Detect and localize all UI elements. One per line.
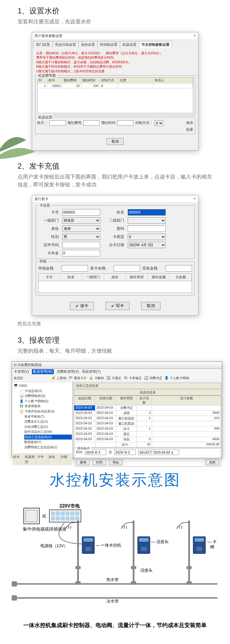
gb-cardinfo: 卡信息 xyxy=(38,203,51,208)
in-sql[interactable] xyxy=(138,450,179,455)
lbl-principal: 卡本金 xyxy=(38,251,59,256)
joint-icon xyxy=(186,581,192,584)
cell xyxy=(152,405,221,411)
export-button[interactable]: 导出 xyxy=(109,460,123,465)
tree-root[interactable]: 🖥️ 10001 xyxy=(14,383,72,388)
col-fee: 预扣费用 xyxy=(63,78,81,83)
table-row[interactable]: 2023-04-032023-04-03劝阻33500 xyxy=(74,411,221,416)
lbl-name: 姓名 xyxy=(104,210,124,215)
print-button[interactable]: 打印 xyxy=(92,460,106,465)
tree-item[interactable]: 📊 消费明细表(Q) xyxy=(20,393,72,399)
in-principal[interactable] xyxy=(62,250,100,256)
tab-role[interactable]: 身份设置 xyxy=(78,41,98,48)
lbl-deposit: 存钱金额 xyxy=(38,266,59,271)
table-row[interactable]: 2023-04-032023-04-03消费冲正 xyxy=(74,405,221,411)
in-balance[interactable] xyxy=(114,265,140,272)
tb-unlock[interactable]: 🔓卡解挂 xyxy=(89,376,104,381)
table-row[interactable]: 2023-04-032023-04-03存款54000 xyxy=(74,437,221,442)
tb-refund[interactable]: ↩️卡退定 xyxy=(106,376,121,381)
tree-item[interactable]: 操作员流水汇总(W) xyxy=(24,429,72,435)
report-app: IC卡收费控制系统 卡管理(V) 数据管理(W) 消费机管理(X) 系统管理(Y… xyxy=(12,361,222,458)
in-pwd[interactable] xyxy=(128,225,166,232)
tab-machine[interactable]: 机器设置 xyxy=(120,41,139,48)
lbl-due: 应收金额 xyxy=(142,266,163,271)
tab-period[interactable]: 时间段设置 xyxy=(97,41,120,48)
warning-text: 注意：预扣时间（以秒为单位，最大为255秒），预扣费用（以分为单位，最大为255… xyxy=(36,51,195,74)
menu-system[interactable]: 系统管理(Y) xyxy=(82,369,101,374)
cell: 10 xyxy=(63,83,81,88)
tree-item[interactable]: 资金平衡表(T) xyxy=(24,414,72,419)
tb-fix[interactable]: 🛠️卡库修正 xyxy=(124,376,142,381)
sel-dept1[interactable]: 研发部 xyxy=(62,217,100,224)
menu-machine[interactable]: 消费机管理(X) xyxy=(57,369,79,374)
tb-withdraw[interactable]: 💰上取钱 xyxy=(51,376,66,381)
menubar: 卡管理(V) 数据管理(W) 消费机管理(X) 系统管理(Y) xyxy=(12,369,222,375)
withdraw-icon: 💰 xyxy=(51,376,56,381)
tree-item[interactable]: 消费明细汇总信息表(Z) xyxy=(24,445,72,450)
tab-group[interactable]: 营业分组设置 xyxy=(52,41,79,48)
in-fee[interactable] xyxy=(83,120,100,126)
tree-item-selected[interactable]: 综合汇总信息表(X) xyxy=(24,435,72,440)
table-row[interactable]: 2023-04-032023-04-03挂卡1990 xyxy=(74,426,221,432)
joint-label-2: 活接头 xyxy=(140,568,153,573)
sel-cardtype[interactable]: 0 xyxy=(128,234,166,240)
in-due[interactable] xyxy=(166,265,192,272)
pipe-cap-icon xyxy=(12,581,17,587)
in-time[interactable] xyxy=(117,120,134,126)
in-to[interactable] xyxy=(114,450,136,455)
tb-reverse[interactable]: 🔄消费冲正 xyxy=(144,376,162,381)
close-button[interactable]: 关闭 xyxy=(205,460,219,465)
btn-save[interactable]: 保存 xyxy=(186,120,193,125)
lbl-machine: 机号： xyxy=(37,120,48,125)
cold-label: 冷水管 xyxy=(106,599,119,604)
cell: 2023-04-03 xyxy=(95,421,116,426)
in-name[interactable] xyxy=(128,209,166,216)
sel-dept2[interactable] xyxy=(128,217,166,224)
sel-mode[interactable]: A xyxy=(155,120,163,126)
in-idno[interactable] xyxy=(62,242,100,248)
in-deposit[interactable] xyxy=(62,265,88,272)
cell: 2023-04-03 xyxy=(74,437,95,442)
tree-item[interactable]: 💱 资金明细表 xyxy=(20,404,72,409)
query-button[interactable]: 查询 xyxy=(76,460,90,465)
close-icon[interactable]: × xyxy=(193,34,196,38)
lbl-dept2: 二级部门 xyxy=(104,218,124,223)
cell: 合计： xyxy=(116,442,137,447)
tb-reissue[interactable]: 🪪重发卡片 xyxy=(69,376,87,381)
tree-item[interactable]: 👤 个人帐户明细(Q) xyxy=(20,399,72,404)
tree-item[interactable]: 📋 卡操作综合信息表(S) xyxy=(20,409,72,414)
sel-role[interactable]: 老师 xyxy=(62,225,100,232)
table-row[interactable]: 合计：2034020.00 xyxy=(74,442,221,447)
tree-item[interactable]: 消费流水汇总(U) xyxy=(24,419,72,424)
close-icon[interactable]: × xyxy=(193,197,196,202)
cell: 消费冲正 xyxy=(116,405,137,411)
sel-date[interactable]: 2023年 4月 3日 xyxy=(128,242,166,248)
read-card-button[interactable]: ✔读卡 xyxy=(70,302,94,310)
table-row[interactable]: 2023-04-032023-04-03窗口机提款1510 xyxy=(74,416,221,421)
in-cardno[interactable] xyxy=(62,209,100,216)
table-row[interactable]: 2023-04-032023-04-03窗口机取款 xyxy=(74,421,221,426)
panel-title: 综合汇总信息表 xyxy=(74,383,221,389)
sel-sex[interactable]: 男 xyxy=(62,234,100,240)
install-caption: 一体水控机集成刷卡控制器、电动阀、流量计于一体，节约成本且安装简单 xyxy=(0,622,230,629)
th: 卡金额 xyxy=(170,274,192,281)
cell: 2023-04-03 xyxy=(74,411,95,416)
cancel-button[interactable]: 取消 xyxy=(141,302,160,310)
tab-water[interactable]: 节水控制参数设置 xyxy=(139,41,172,48)
person-icon: 👤 xyxy=(165,376,169,381)
tree-item[interactable]: 分组消费汇总(V) xyxy=(24,424,72,430)
table-row[interactable]: 2023-04-032023-04-03退定 xyxy=(74,432,221,437)
tree-item[interactable]: 📄 卡信息表(O) xyxy=(20,388,72,394)
tree-item[interactable]: 数据备份(Y) xyxy=(24,440,72,445)
in-machine[interactable] xyxy=(49,120,66,126)
tab-dept[interactable]: 部门设置 xyxy=(33,41,53,48)
menu-data[interactable]: 数据管理(W) xyxy=(32,369,54,374)
lbl-dept1: 一级部门 xyxy=(38,218,59,223)
tb-account[interactable]: 👤个人帐户明细 xyxy=(165,376,189,381)
cell: 1 xyxy=(137,416,152,421)
menu-card[interactable]: 卡管理(V) xyxy=(14,369,29,374)
cancel-button[interactable]: 取消 xyxy=(107,138,124,145)
write-card-button[interactable]: ✔写卡 xyxy=(106,302,129,310)
joint-icon xyxy=(131,581,136,584)
btn-batch[interactable]: 批量 xyxy=(37,127,193,132)
